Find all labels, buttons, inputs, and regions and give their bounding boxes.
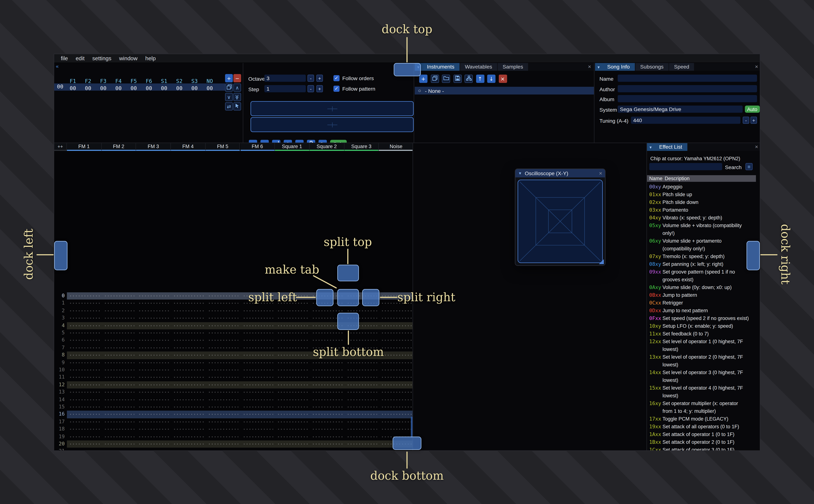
order-edit-click-mode-button[interactable] [233,102,241,111]
pattern-cell[interactable] [171,440,205,448]
pattern-cell[interactable] [136,344,171,351]
pattern-cell[interactable] [310,426,344,433]
tab-instruments[interactable]: Instruments [422,63,459,71]
oscilloscope-window[interactable]: ▼ Oscilloscope (X-Y) × [515,169,606,266]
pattern-cell[interactable] [240,307,275,314]
pattern-cell[interactable] [205,329,240,337]
pattern-cell[interactable] [379,426,413,433]
pattern-cell[interactable] [67,366,102,374]
pattern-cell[interactable] [102,292,136,300]
pattern-cell[interactable] [136,426,171,433]
pattern-cell[interactable] [240,418,275,426]
order-value[interactable]: 00 [126,85,141,91]
pattern-cell[interactable] [205,374,240,381]
pattern-cell[interactable] [275,426,310,433]
pattern-cell[interactable] [310,389,344,396]
add-order-button[interactable]: + [225,74,233,82]
instrument-folder-view-button[interactable] [465,75,473,83]
pattern-cell[interactable] [136,359,171,366]
effect-row-1Axx[interactable]: 1AxxSet attack of operator 1 (0 to 1F) [647,431,760,438]
channel-header-fm-5[interactable]: FM 5 [205,143,240,151]
channel-header-fm-2[interactable]: FM 2 [102,143,136,151]
pattern-cell[interactable] [171,352,205,359]
dock-top-target[interactable] [394,63,421,76]
pattern-cell[interactable] [67,426,102,433]
pattern-cell[interactable] [310,411,344,418]
pattern-cell[interactable] [102,300,136,307]
effect-row-02xx[interactable]: 02xxPitch slide down [647,198,760,206]
pattern-cell[interactable] [102,329,136,337]
pattern-cell[interactable] [171,381,205,389]
pattern-cell[interactable] [344,366,379,374]
pattern-cell[interactable] [205,418,240,426]
order-value[interactable]: 00 [202,85,217,91]
pattern-cell[interactable] [205,411,240,418]
effect-row-06xy[interactable]: 06xyVolume slide + portamento (compatibi… [647,237,760,253]
pattern-cell[interactable] [67,300,102,307]
pattern-cell[interactable] [67,352,102,359]
pattern-cell[interactable] [310,374,344,381]
pattern-cell[interactable] [344,381,379,389]
album-input[interactable] [618,95,757,102]
pattern-cell[interactable] [275,344,310,351]
instruments-close-icon[interactable]: × [585,63,594,71]
add-instrument-button[interactable]: + [419,75,428,83]
channel-header-fm-6[interactable]: FM 6 [240,143,275,151]
pattern-cell[interactable] [67,329,102,337]
menu-window[interactable]: window [115,55,141,61]
move-instrument-down-button[interactable]: ↓ [487,75,496,83]
split-left-target[interactable] [316,289,333,306]
pattern-cell[interactable] [310,448,344,451]
pattern-cell[interactable] [205,307,240,314]
channel-header-square-1[interactable]: Square 1 [275,143,310,151]
pattern-cell[interactable] [240,322,275,329]
pattern-cell[interactable] [171,396,205,403]
pattern-cell[interactable] [240,374,275,381]
pattern-cell[interactable] [275,411,310,418]
pattern-cell[interactable] [171,366,205,374]
duplicate-order-to-end-button[interactable]: ≫ [233,93,241,101]
pattern-cell[interactable] [102,352,136,359]
pattern-cell[interactable] [379,366,413,374]
effect-row-11xx[interactable]: 11xxSet feedback (0 to 7) [647,330,760,338]
pattern-cell[interactable] [379,403,413,411]
pattern-cell[interactable] [171,426,205,433]
pattern-cell[interactable] [275,374,310,381]
auto-tuning-button[interactable]: Auto [745,106,760,113]
effect-row-0Bxx[interactable]: 0BxxJump to pattern [647,291,760,299]
effect-list-menu-button[interactable]: ≡ [745,163,753,170]
step-increase-button[interactable]: + [316,85,323,92]
effect-row-00xy[interactable]: 00xyArpeggio [647,183,760,191]
pattern-cell[interactable] [102,426,136,433]
step-decrease-button[interactable]: - [307,85,314,92]
pattern-cell[interactable] [171,292,205,300]
order-value[interactable]: 00 [111,85,126,91]
pattern-cell[interactable] [240,329,275,337]
pattern-cell[interactable] [67,322,102,329]
pattern-cell[interactable] [275,352,310,359]
effect-row-15xx[interactable]: 15xxSet level of operator 4 (0 highest, … [647,384,760,400]
pattern-cell[interactable] [67,448,102,451]
pattern-cell[interactable] [67,359,102,366]
pattern-cell[interactable] [240,337,275,344]
menu-file[interactable]: file [57,55,72,61]
pattern-cell[interactable] [240,352,275,359]
instrument-list-item[interactable]: ○ - None - [415,87,594,95]
pattern-cell[interactable] [205,344,240,351]
order-change-mode-button[interactable]: ⇄ [225,102,233,111]
pattern-cell[interactable] [310,359,344,366]
pattern-cell[interactable] [379,322,413,329]
pattern-cell[interactable] [67,344,102,351]
pattern-cell[interactable] [379,389,413,396]
system-input[interactable]: Sega Genesis/Mega Drive [618,106,743,113]
pattern-scrollbar[interactable] [411,417,413,438]
pattern-cell[interactable] [205,440,240,448]
orders-pin-icon[interactable]: « [56,64,59,69]
pattern-cell[interactable] [102,322,136,329]
effect-row-14xx[interactable]: 14xxSet level of operator 3 (0 highest, … [647,369,760,384]
pattern-cell[interactable] [379,344,413,351]
pattern-cell[interactable] [310,403,344,411]
pattern-cell[interactable] [344,440,379,448]
pattern-cell[interactable] [205,389,240,396]
channel-header-fm-4[interactable]: FM 4 [171,143,205,151]
